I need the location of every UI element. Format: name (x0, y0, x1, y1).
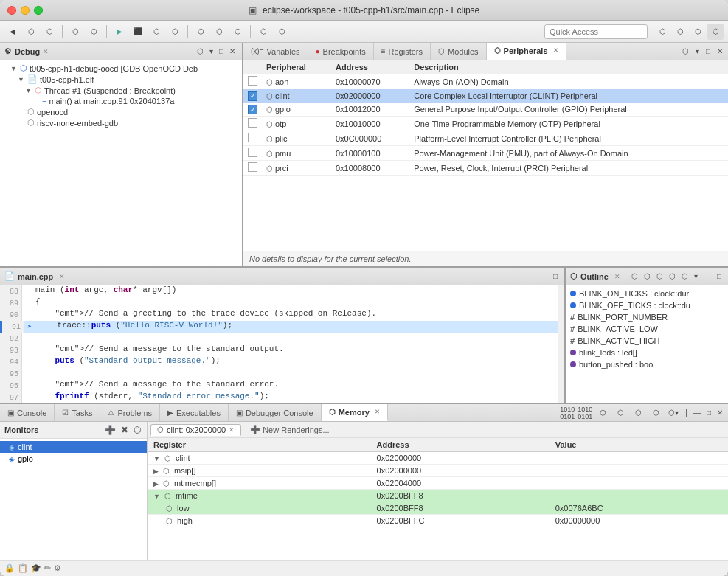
peripheral-checkbox-0[interactable] (243, 74, 262, 89)
reg-row-0[interactable]: ▼ ⬡ clint 0x02000000 (148, 452, 728, 465)
reg-expand-1[interactable]: ▶ (153, 468, 159, 475)
perspective-btn-4[interactable]: ⬡ (707, 24, 724, 40)
peripheral-row-5[interactable]: ⬡pmu 0x10000100 Power-Management Unit (P… (243, 146, 728, 161)
peripheral-row-3[interactable]: ⬡otp 0x10010000 One-Time Programmable Me… (243, 117, 728, 131)
outline-item-2[interactable]: # BLINK_PORT_NUMBER (566, 311, 728, 323)
peripheral-checkbox-1[interactable]: ✓ (243, 89, 262, 103)
maximize-button[interactable] (34, 6, 43, 15)
toolbar-btn-13[interactable]: ⬡ (274, 24, 290, 40)
add-rendering-btn[interactable]: ➕ New Renderings... (244, 424, 336, 435)
close-button[interactable] (7, 6, 16, 15)
reg-expand-3[interactable]: ▼ (153, 493, 160, 500)
add-monitor-btn[interactable]: ➕ (103, 424, 117, 436)
debug-tree-item-0[interactable]: ▼ ⬡ t005-cpp-h1-debug-oocd [GDB OpenOCD … (0, 63, 242, 74)
reg-expand-0[interactable]: ▼ (153, 455, 160, 462)
reg-row-2[interactable]: ▶ ⬡ mtimecmp[] 0x02004000 (148, 477, 728, 490)
bottom-tb-3[interactable]: ⬡ (594, 405, 611, 421)
tab-variables[interactable]: (x)= Variables (243, 43, 308, 60)
bottom-tb-1[interactable]: 10100101 (559, 405, 575, 421)
perspective-btn-3[interactable]: ⬡ (690, 24, 706, 40)
toolbar-btn-11[interactable]: ⬡ (229, 24, 246, 40)
reg-row-1[interactable]: ▶ ⬡ msip[] 0x02000000 (148, 465, 728, 477)
perif-ph-icon-2[interactable]: ▾ (693, 46, 701, 56)
monitor-btn-3[interactable]: ⬡ (132, 424, 142, 436)
bottom-tb-7[interactable]: ⬡▾ (665, 405, 682, 421)
monitor-item-0[interactable]: ◈ clint (0, 441, 147, 453)
peripheral-checkbox-2[interactable]: ✓ (243, 103, 262, 117)
outline-item-0[interactable]: BLINK_ON_TICKS : clock::dur (566, 288, 728, 299)
bottom-tb-2[interactable]: 10100101 (577, 405, 593, 421)
perif-ph-icon-1[interactable]: ⬡ (680, 46, 691, 56)
bottom-ph-3[interactable]: ✕ (715, 408, 725, 417)
outline-ph-2[interactable]: ⬡ (642, 271, 653, 281)
remove-monitor-btn[interactable]: ✖ (119, 424, 130, 436)
debug-ph-icon-4[interactable]: ✕ (227, 46, 238, 56)
tab-tasks[interactable]: ☑ Tasks (55, 404, 100, 421)
debug-tree-item-1[interactable]: ▼ 📄 t005-cpp-h1.elf (0, 74, 242, 85)
tab-peripherals[interactable]: ⬡ Peripherals ✕ (487, 43, 566, 60)
perspective-btn-1[interactable]: ⬡ (654, 24, 670, 40)
stop-button[interactable]: ⬛ (130, 24, 146, 40)
toolbar-btn-9[interactable]: ⬡ (193, 24, 209, 40)
peripheral-row-0[interactable]: ⬡aon 0x10000070 Always-On (AON) Domain (243, 74, 728, 89)
reg-row-3[interactable]: ▼ ⬡ mtime 0x0200BFF8 (148, 490, 728, 502)
debug-tree-item-3[interactable]: ≡ main() at main.cpp:91 0x2040137a (0, 96, 242, 106)
peripheral-checkbox-6[interactable] (243, 161, 262, 176)
debug-tree-item-2[interactable]: ▼ ⬡ Thread #1 (Suspended : Breakpoint) (0, 85, 242, 96)
reg-row-5[interactable]: ⬡ high 0x0200BFFC 0x00000000 (148, 515, 728, 527)
bottom-status-icon-5[interactable]: ⚙ (54, 563, 61, 573)
peripheral-row-1[interactable]: ✓ ⬡clint 0x02000000 Core Complex Local I… (243, 89, 728, 103)
reg-expand-2[interactable]: ▶ (153, 480, 159, 487)
tab-problems[interactable]: ⚠ Problems (100, 404, 159, 421)
bottom-status-icon-3[interactable]: 🎓 (31, 563, 41, 573)
outline-item-5[interactable]: blink_leds : led[] (566, 347, 728, 358)
memory-tab-close[interactable]: ✕ (375, 409, 380, 415)
perif-ph-icon-3[interactable]: □ (704, 46, 713, 56)
toolbar-btn-12[interactable]: ⬡ (255, 24, 271, 40)
bottom-status-icon-1[interactable]: 🔒 (4, 563, 15, 573)
toolbar-btn-1[interactable]: ◀ (4, 24, 21, 40)
toolbar-btn-4[interactable]: ⬡ (67, 24, 83, 40)
peripheral-checkbox-5[interactable] (243, 146, 262, 161)
memory-tab-close-btn[interactable]: ✕ (229, 426, 235, 434)
code-ph-icon-1[interactable]: — (538, 271, 550, 281)
debug-ph-icon-1[interactable]: ⬡ (195, 46, 206, 56)
debug-ph-icon-3[interactable]: □ (217, 46, 226, 56)
toolbar-btn-10[interactable]: ⬡ (211, 24, 227, 40)
code-ph-icon-2[interactable]: □ (551, 271, 560, 281)
bottom-ph-2[interactable]: □ (704, 408, 713, 417)
perif-ph-icon-4[interactable]: ✕ (715, 46, 725, 56)
debug-tree-item-4[interactable]: ⬡ openocd (0, 106, 242, 117)
tab-console[interactable]: ▣ Console (0, 404, 55, 421)
quick-access-input[interactable] (544, 24, 648, 39)
memory-clint-tab[interactable]: ⬡ clint: 0x2000000 ✕ (150, 424, 241, 436)
bottom-tb-6[interactable]: ⬡ (648, 405, 664, 421)
code-editor[interactable]: 88 main (int argc, char* argv[]) 89 { 90… (0, 285, 558, 403)
outline-ph-1[interactable]: ⬡ (629, 271, 640, 281)
tab-breakpoints[interactable]: ● Breakpoints (308, 43, 374, 60)
tab-debugger-console[interactable]: ▣ Debugger Console (229, 404, 322, 421)
bottom-status-icon-4[interactable]: ✏ (44, 563, 51, 573)
outline-item-4[interactable]: # BLINK_ACTIVE_HIGH (566, 335, 728, 347)
outline-ph-7[interactable]: — (701, 271, 713, 281)
tab-executables[interactable]: ▶ Executables (160, 404, 229, 421)
outline-item-3[interactable]: # BLINK_ACTIVE_LOW (566, 323, 728, 335)
perspective-btn-2[interactable]: ⬡ (672, 24, 688, 40)
minimize-button[interactable] (21, 6, 30, 15)
bottom-tb-4[interactable]: ⬡ (612, 405, 628, 421)
outline-ph-5[interactable]: ⬡ (679, 271, 690, 281)
run-button[interactable]: ▶ (111, 24, 128, 40)
outline-item-1[interactable]: BLINK_OFF_TICKS : clock::du (566, 299, 728, 311)
reg-row-4[interactable]: ⬡ low 0x0200BFF8 0x0076A6BC (148, 502, 728, 515)
bottom-status-icon-2[interactable]: 📋 (18, 563, 28, 573)
outline-ph-6[interactable]: ▾ (692, 271, 700, 281)
debug-ph-icon-2[interactable]: ▾ (207, 46, 215, 56)
bottom-ph-1[interactable]: — (691, 408, 703, 417)
peripheral-row-6[interactable]: ⬡prci 0x10008000 Power, Reset, Clock, In… (243, 161, 728, 176)
bottom-tb-5[interactable]: ⬡ (630, 405, 646, 421)
toolbar-btn-2[interactable]: ⬡ (23, 24, 39, 40)
outline-ph-4[interactable]: ⬡ (667, 271, 678, 281)
tab-memory[interactable]: ⬡ Memory ✕ (322, 404, 388, 421)
debug-tree-item-5[interactable]: ⬡ riscv-none-embed-gdb (0, 117, 242, 128)
peripheral-row-4[interactable]: ⬡plic 0x0C000000 Platform-Level Interrup… (243, 131, 728, 146)
